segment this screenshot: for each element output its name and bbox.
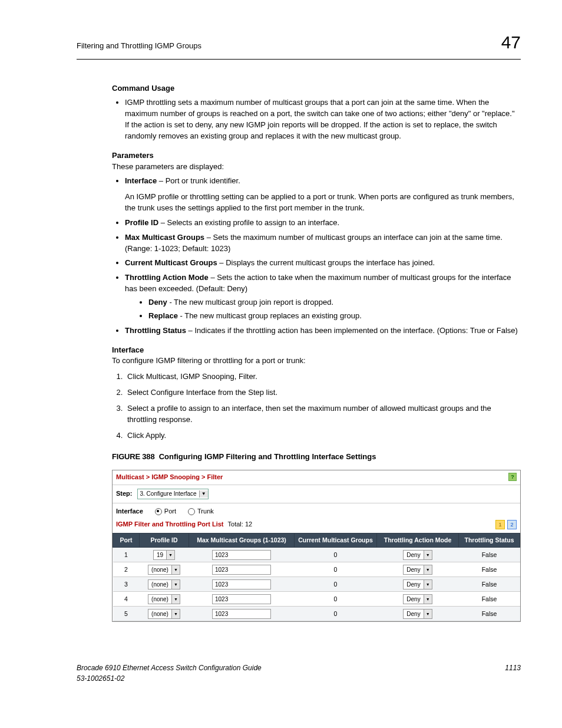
desc-interface: – Port or trunk identifier.: [157, 176, 240, 185]
cell-port: 2: [113, 562, 140, 577]
pager-page-1[interactable]: 1: [495, 520, 505, 529]
chevron-down-icon: ▼: [171, 565, 180, 574]
chevron-down-icon: ▼: [424, 610, 432, 618]
col-profile-id: Profile ID: [140, 533, 189, 548]
profile-id-select[interactable]: 19▼: [153, 550, 175, 560]
cell-status: False: [459, 607, 520, 621]
param-max-multicast: Max Multicast Groups – Sets the maximum …: [125, 232, 521, 255]
chevron-down-icon: ▼: [424, 595, 432, 604]
cell-profile-id: 19▼: [140, 548, 189, 562]
chapter-number: 47: [501, 29, 521, 55]
throttling-mode-select[interactable]: Deny▼: [403, 579, 432, 589]
term-throttling-status: Throttling Status: [125, 326, 186, 335]
col-port: Port: [113, 533, 140, 548]
term-throttling-mode: Throttling Action Mode: [125, 273, 209, 282]
cell-port: 4: [113, 592, 140, 607]
step-3: Select a profile to assign to an interfa…: [125, 403, 521, 426]
cell-status: False: [459, 548, 520, 562]
interface-intro: To configure IGMP filtering or throttlin…: [112, 355, 521, 367]
col-throttling-mode: Throttling Action Mode: [377, 533, 459, 548]
max-multicast-input[interactable]: 1023: [212, 609, 271, 619]
table-row: 4(none)▼10230Deny▼False: [113, 592, 520, 607]
header-rule: [77, 59, 521, 60]
table-row: 5(none)▼10230Deny▼False: [113, 607, 520, 621]
help-icon[interactable]: ?: [508, 473, 517, 481]
figure-title: Configuring IGMP Filtering and Throttlin…: [159, 452, 376, 461]
cell-max: 1023: [189, 607, 295, 621]
throttling-mode-select[interactable]: Deny▼: [403, 550, 432, 560]
term-current-multicast: Current Multicast Groups: [125, 258, 217, 267]
param-throttling-status: Throttling Status – Indicates if the thr…: [125, 325, 521, 337]
param-deny: Deny - The new multicast group join repo…: [148, 297, 521, 308]
max-multicast-input[interactable]: 1023: [212, 565, 271, 575]
cell-mode: Deny▼: [377, 592, 459, 607]
footer-doc-number: 53-1002651-02: [77, 674, 262, 684]
table-row: 2(none)▼10230Deny▼False: [113, 562, 520, 577]
cell-mode: Deny▼: [377, 562, 459, 577]
cell-port: 5: [113, 607, 140, 621]
page-header-title: Filtering and Throttling IGMP Groups: [77, 41, 201, 52]
cell-status: False: [459, 577, 520, 592]
chevron-down-icon: ▼: [171, 580, 180, 589]
profile-id-select[interactable]: (none)▼: [148, 579, 180, 589]
cell-profile-id: (none)▼: [140, 577, 189, 592]
term-max-multicast: Max Multicast Groups: [125, 233, 204, 242]
radio-port[interactable]: Port: [155, 507, 176, 516]
breadcrumb: Multicast > IGMP Snooping > Filter: [116, 473, 223, 482]
step-label: Step:: [116, 489, 133, 499]
desc-current-multicast: – Displays the current multicast groups …: [217, 258, 435, 267]
desc-profile-id: – Selects an existing profile to assign …: [158, 218, 339, 227]
throttling-mode-select[interactable]: Deny▼: [403, 565, 432, 575]
radio-dot-icon: [155, 508, 162, 515]
note-interface: An IGMP profile or throttling setting ca…: [125, 192, 521, 214]
param-profile-id: Profile ID – Selects an existing profile…: [125, 218, 521, 229]
pager-page-2[interactable]: 2: [507, 520, 517, 529]
cell-mode: Deny▼: [377, 548, 459, 562]
footer-page-number: 1113: [505, 663, 521, 684]
cell-max: 1023: [189, 548, 295, 562]
step-select[interactable]: 3. Configure Interface ▼: [137, 489, 209, 499]
cell-max: 1023: [189, 592, 295, 607]
cell-status: False: [459, 562, 520, 577]
cell-port: 1: [113, 548, 140, 562]
param-current-multicast: Current Multicast Groups – Displays the …: [125, 258, 521, 269]
col-current-multicast: Current Multicast Groups: [295, 533, 377, 548]
col-throttling-status: Throttling Status: [459, 533, 520, 548]
cell-current: 0: [295, 577, 377, 592]
max-multicast-input[interactable]: 1023: [212, 579, 271, 589]
max-multicast-input[interactable]: 1023: [212, 550, 271, 560]
cell-profile-id: (none)▼: [140, 607, 189, 621]
step-4: Click Apply.: [125, 430, 521, 442]
profile-id-select[interactable]: (none)▼: [148, 609, 180, 619]
profile-id-select[interactable]: (none)▼: [148, 594, 180, 604]
cell-max: 1023: [189, 577, 295, 592]
col-max-multicast: Max Multicast Groups (1-1023): [189, 533, 295, 548]
param-throttling-mode: Throttling Action Mode – Sets the action…: [125, 272, 521, 321]
max-multicast-input[interactable]: 1023: [212, 594, 271, 604]
cmd-usage-bullet: IGMP throttling sets a maximum number of…: [125, 97, 521, 141]
profile-id-select[interactable]: (none)▼: [148, 565, 180, 575]
desc-deny: - The new multicast group join report is…: [167, 298, 333, 307]
param-replace: Replace - The new multicast group replac…: [148, 311, 521, 322]
term-interface: Interface: [125, 176, 157, 185]
param-interface: Interface – Port or trunk identifier. An…: [125, 176, 521, 214]
port-list-title: IGMP Filter and Throttling Port List: [116, 521, 224, 528]
heading-parameters: Parameters: [112, 150, 521, 162]
cell-max: 1023: [189, 562, 295, 577]
radio-trunk[interactable]: Trunk: [188, 507, 214, 516]
throttling-mode-select[interactable]: Deny▼: [403, 609, 432, 619]
figure-screenshot: Multicast > IGMP Snooping > Filter ? Ste…: [112, 470, 521, 622]
footer-guide-title: Brocade 6910 Ethernet Access Switch Conf…: [77, 663, 262, 673]
cell-current: 0: [295, 592, 377, 607]
cell-mode: Deny▼: [377, 607, 459, 621]
throttling-mode-select[interactable]: Deny▼: [403, 594, 432, 604]
cell-current: 0: [295, 548, 377, 562]
chevron-down-icon: ▼: [171, 595, 180, 604]
chevron-down-icon: ▼: [166, 551, 174, 559]
term-replace: Replace: [148, 311, 178, 320]
cell-profile-id: (none)▼: [140, 592, 189, 607]
chevron-down-icon: ▼: [424, 580, 432, 589]
cell-port: 3: [113, 577, 140, 592]
desc-replace: - The new multicast group replaces an ex…: [178, 311, 362, 320]
term-deny: Deny: [148, 298, 167, 307]
